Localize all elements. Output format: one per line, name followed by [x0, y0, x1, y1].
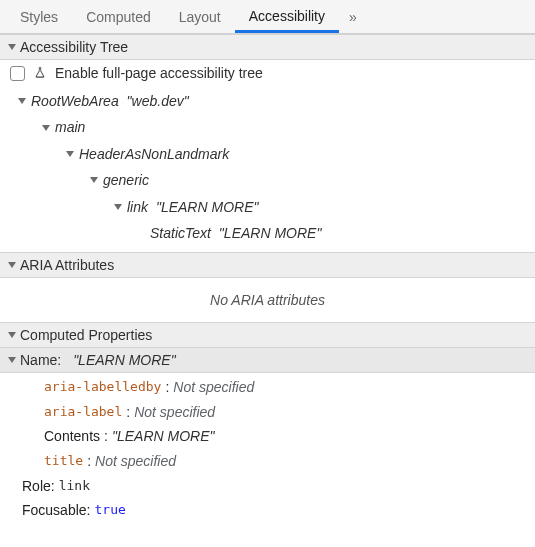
- section-title: Accessibility Tree: [20, 39, 128, 55]
- chevron-down-icon: [8, 262, 16, 268]
- prop-key: aria-labelledby: [44, 377, 161, 399]
- tab-bar: Styles Computed Layout Accessibility »: [0, 0, 535, 34]
- section-header-tree[interactable]: Accessibility Tree: [0, 34, 535, 60]
- name-label: Name:: [20, 352, 61, 368]
- section-title: Computed Properties: [20, 327, 152, 343]
- tab-more-button[interactable]: »: [339, 1, 367, 33]
- prop-value: LEARN MORE: [112, 426, 215, 448]
- chevron-down-icon: [8, 44, 16, 50]
- enable-fullpage-label: Enable full-page accessibility tree: [55, 65, 263, 81]
- tab-computed[interactable]: Computed: [72, 1, 165, 33]
- tab-accessibility[interactable]: Accessibility: [235, 0, 339, 33]
- chevron-down-icon: [66, 151, 74, 157]
- section-header-aria[interactable]: ARIA Attributes: [0, 252, 535, 278]
- tab-layout[interactable]: Layout: [165, 1, 235, 33]
- enable-fullpage-row: Enable full-page accessibility tree: [0, 60, 535, 86]
- prop-row: Focusable: true: [0, 499, 535, 524]
- node-role: link: [127, 196, 148, 218]
- prop-value: Not specified: [173, 377, 254, 399]
- prop-value: Not specified: [134, 402, 215, 424]
- prop-row: aria-label: Not specified: [0, 400, 535, 425]
- node-role: main: [55, 116, 85, 138]
- enable-fullpage-checkbox[interactable]: [10, 66, 25, 81]
- computed-properties: aria-labelledby: Not specified aria-labe…: [0, 373, 535, 531]
- chevron-down-icon: [18, 98, 26, 104]
- prop-row: Contents: LEARN MORE: [0, 425, 535, 450]
- experiment-icon: [33, 66, 47, 80]
- computed-name-row[interactable]: Name: LEARN MORE: [0, 348, 535, 373]
- node-role: RootWebArea: [31, 90, 119, 112]
- tree-node[interactable]: StaticText LEARN MORE: [0, 220, 535, 246]
- prop-key: aria-label: [44, 402, 122, 424]
- prop-value: true: [94, 500, 125, 522]
- section-title: ARIA Attributes: [20, 257, 114, 273]
- section-header-computed[interactable]: Computed Properties: [0, 322, 535, 348]
- chevron-down-icon: [8, 332, 16, 338]
- prop-row: title: Not specified: [0, 449, 535, 474]
- tree-node[interactable]: HeaderAsNonLandmark: [0, 141, 535, 167]
- chevron-down-icon: [42, 125, 50, 131]
- name-value: LEARN MORE: [73, 352, 176, 368]
- aria-empty-message: No ARIA attributes: [0, 278, 535, 322]
- prop-key: title: [44, 451, 83, 473]
- node-role: generic: [103, 169, 149, 191]
- prop-value: Not specified: [95, 451, 176, 473]
- tree-node[interactable]: generic: [0, 167, 535, 193]
- prop-key: Focusable:: [22, 500, 90, 522]
- prop-row: aria-labelledby: Not specified: [0, 375, 535, 400]
- node-role: HeaderAsNonLandmark: [79, 143, 229, 165]
- node-name: LEARN MORE: [219, 222, 322, 244]
- tree-node[interactable]: RootWebArea web.dev: [0, 88, 535, 114]
- prop-key: Role:: [22, 476, 55, 498]
- prop-value: link: [59, 476, 90, 498]
- prop-key: Contents: [44, 426, 100, 448]
- prop-row: Role: link: [0, 474, 535, 499]
- tree-node[interactable]: main: [0, 114, 535, 140]
- chevron-down-icon: [90, 177, 98, 183]
- node-name: web.dev: [127, 90, 189, 112]
- accessibility-tree: RootWebArea web.dev main HeaderAsNonLand…: [0, 86, 535, 252]
- tab-styles[interactable]: Styles: [6, 1, 72, 33]
- node-role: StaticText: [150, 222, 211, 244]
- chevron-down-icon: [8, 357, 16, 363]
- chevron-down-icon: [114, 204, 122, 210]
- node-name: LEARN MORE: [156, 196, 259, 218]
- tree-node[interactable]: link LEARN MORE: [0, 194, 535, 220]
